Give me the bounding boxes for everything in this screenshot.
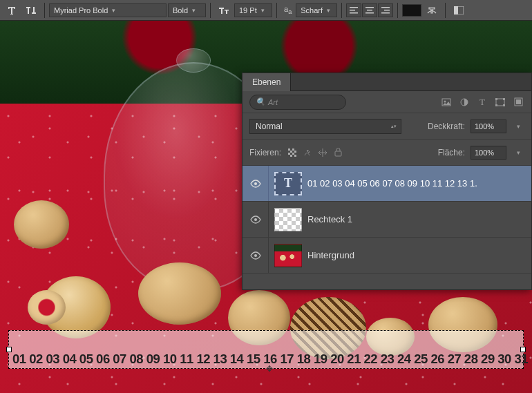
- search-placeholder: Art: [268, 98, 278, 106]
- svg-rect-11: [516, 99, 521, 104]
- svg-rect-1: [454, 6, 458, 15]
- layers-list: T 01 02 03 04 05 06 07 08 09 10 11 12 13…: [243, 166, 531, 274]
- text-color-swatch[interactable]: [402, 4, 421, 17]
- align-left-button[interactable]: [346, 3, 361, 17]
- search-icon: 🔍: [256, 97, 265, 106]
- lock-label: Fixieren:: [249, 148, 281, 157]
- text-options-toolbar: Myriad Pro Bold Bold 19 Pt aa Scharf: [0, 0, 532, 21]
- type-orientation-icon[interactable]: [22, 2, 40, 19]
- antialias-label: aa: [284, 5, 292, 15]
- font-size-icon: [215, 2, 233, 19]
- svg-rect-12: [288, 148, 296, 157]
- separator: [276, 3, 277, 18]
- visibility-toggle[interactable]: [243, 202, 269, 237]
- layer-row-shape[interactable]: Rechteck 1: [243, 202, 531, 238]
- layer-name[interactable]: Rechteck 1: [307, 214, 352, 224]
- lock-position-icon[interactable]: [317, 147, 328, 158]
- layer-row-text[interactable]: T 01 02 03 04 05 06 07 08 09 10 11 12 13…: [243, 166, 531, 202]
- separator: [210, 3, 211, 18]
- filter-pixel-icon[interactable]: [440, 96, 453, 108]
- separator: [341, 3, 342, 18]
- transform-center-icon: ✥: [266, 364, 273, 374]
- svg-point-17: [254, 218, 257, 221]
- panel-tab-bar: Ebenen: [243, 73, 531, 91]
- filter-adjustment-icon[interactable]: [458, 96, 471, 108]
- blend-mode-dropdown[interactable]: Normal: [249, 119, 401, 134]
- svg-rect-7: [503, 98, 505, 100]
- tab-layers[interactable]: Ebenen: [243, 73, 291, 91]
- layer-search-input[interactable]: 🔍 Art: [249, 95, 346, 110]
- layer-filter-row: 🔍 Art T: [243, 91, 531, 113]
- font-family-dropdown[interactable]: Myriad Pro Bold: [49, 3, 167, 17]
- opacity-dropdown-icon[interactable]: ▾: [512, 120, 524, 133]
- filter-smartobject-icon[interactable]: [512, 96, 524, 108]
- separator: [445, 3, 446, 18]
- fill-input[interactable]: 100%: [471, 146, 506, 160]
- lock-transparency-icon[interactable]: [287, 147, 298, 158]
- svg-point-16: [254, 182, 257, 185]
- align-right-button[interactable]: [378, 3, 393, 17]
- layer-thumbnail-text: T: [274, 172, 302, 195]
- layers-panel: Ebenen 🔍 Art T Normal Deckkraft: 100% ▾ …: [242, 73, 532, 290]
- lock-fill-row: Fixieren: Fläche: 100% ▾: [243, 140, 531, 166]
- opacity-input[interactable]: 100%: [471, 119, 506, 133]
- layer-name[interactable]: Hintergrund: [307, 250, 354, 260]
- svg-rect-9: [503, 104, 505, 106]
- svg-point-3: [444, 100, 446, 102]
- layer-thumbnail-shape: [274, 208, 302, 231]
- filter-type-icon[interactable]: T: [476, 96, 488, 108]
- antialias-dropdown[interactable]: Scharf: [296, 3, 337, 17]
- visibility-toggle[interactable]: [243, 166, 269, 201]
- filter-shape-icon[interactable]: [494, 96, 506, 108]
- font-weight-dropdown[interactable]: Bold: [168, 3, 206, 17]
- separator: [44, 3, 45, 18]
- visibility-toggle[interactable]: [243, 238, 269, 273]
- warp-text-icon[interactable]: [423, 2, 441, 19]
- blend-opacity-row: Normal Deckkraft: 100% ▾: [243, 113, 531, 140]
- align-center-button[interactable]: [362, 3, 377, 17]
- font-size-dropdown[interactable]: 19 Pt: [234, 3, 272, 17]
- panels-toggle-icon[interactable]: [450, 2, 468, 19]
- layer-name[interactable]: 01 02 03 04 05 06 07 08 09 10 11 12 13 1…: [307, 178, 477, 189]
- layer-row-background[interactable]: Hintergrund: [243, 238, 531, 274]
- lock-pixels-icon[interactable]: [302, 147, 313, 158]
- fill-label: Fläche:: [438, 148, 465, 157]
- fill-dropdown-icon[interactable]: ▾: [512, 146, 524, 159]
- separator: [397, 3, 398, 18]
- text-align-group: [346, 3, 393, 17]
- svg-point-18: [254, 254, 257, 257]
- type-tool-icon[interactable]: [3, 2, 21, 19]
- lock-all-icon[interactable]: [332, 147, 343, 158]
- svg-rect-8: [495, 104, 497, 106]
- svg-rect-6: [495, 98, 497, 100]
- layer-thumbnail-image: [274, 244, 302, 267]
- svg-rect-15: [335, 151, 341, 156]
- opacity-label: Deckkraft:: [428, 122, 465, 131]
